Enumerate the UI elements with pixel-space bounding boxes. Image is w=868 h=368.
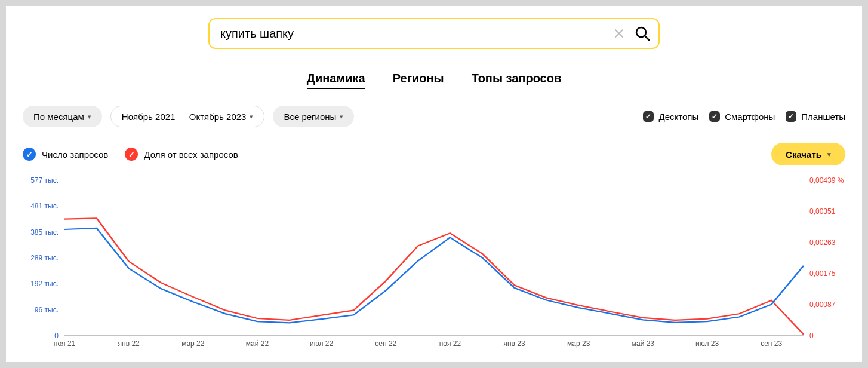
- checkbox-desktop[interactable]: ✓ Десктопы: [643, 111, 698, 122]
- legend-row: ✓ Число запросов ✓ Доля от всех запросов…: [6, 143, 862, 165]
- legend-series-1-label: Число запросов: [42, 149, 108, 160]
- device-checkbox-group: ✓ Десктопы ✓ Смартфоны ✓ Планшеты: [643, 111, 845, 122]
- tab-regions[interactable]: Регионы: [393, 72, 444, 89]
- chart-plot: [64, 180, 804, 336]
- y-right-tick: 0: [809, 332, 845, 340]
- y-left-tick: 192 тыс.: [23, 280, 59, 288]
- x-tick: сен 22: [375, 339, 396, 348]
- chevron-down-icon: ▾: [340, 113, 343, 121]
- date-range-select[interactable]: Ноябрь 2021 — Октябрь 2023 ▾: [110, 106, 265, 127]
- x-tick: май 23: [632, 339, 654, 348]
- app-panel: Динамика Регионы Топы запросов По месяца…: [6, 6, 862, 362]
- legend-series-2[interactable]: ✓ Доля от всех запросов: [125, 148, 238, 161]
- tabs: Динамика Регионы Топы запросов: [6, 72, 862, 89]
- region-select[interactable]: Все регионы ▾: [273, 106, 354, 127]
- y-right-tick: 0,00175: [809, 269, 845, 278]
- checkbox-tablet-label: Планшеты: [801, 112, 845, 122]
- y-right-tick: 0,00087: [809, 300, 845, 309]
- checkbox-smartphone[interactable]: ✓ Смартфоны: [709, 111, 775, 122]
- y-right-tick: 0,00263: [809, 238, 845, 247]
- chevron-down-icon: ▾: [827, 151, 831, 158]
- y-left-tick: 481 тыс.: [23, 202, 59, 210]
- chart: 577 тыс.481 тыс.385 тыс.289 тыс.192 тыс.…: [23, 180, 845, 354]
- download-button-label: Скачать: [786, 149, 821, 160]
- y-axis-right: 0,00439 %0,003510,002630,001750,000870: [809, 180, 845, 336]
- period-mode-select[interactable]: По месяцам ▾: [23, 106, 102, 127]
- y-left-tick: 577 тыс.: [23, 176, 59, 185]
- x-tick: ноя 21: [54, 339, 75, 348]
- tab-tops[interactable]: Топы запросов: [472, 72, 562, 89]
- x-tick: июл 23: [695, 339, 719, 348]
- check-icon: ✓: [643, 111, 654, 122]
- search-wrap: [208, 18, 660, 49]
- chevron-down-icon: ▾: [250, 113, 253, 121]
- x-tick: июл 22: [310, 339, 333, 348]
- legend-series-2-label: Доля от всех запросов: [144, 149, 238, 160]
- x-tick: сен 23: [761, 339, 782, 348]
- checkbox-smartphone-label: Смартфоны: [725, 112, 775, 122]
- region-label: Все регионы: [284, 112, 336, 122]
- check-icon: ✓: [125, 148, 138, 161]
- checkbox-tablet[interactable]: ✓ Планшеты: [786, 111, 845, 122]
- svg-line-1: [645, 36, 649, 40]
- filters-row: По месяцам ▾ Ноябрь 2021 — Октябрь 2023 …: [6, 106, 862, 127]
- check-icon: ✓: [23, 148, 36, 161]
- y-right-tick: 0,00439 %: [809, 176, 845, 185]
- download-button[interactable]: Скачать ▾: [771, 143, 845, 165]
- legend-series-1[interactable]: ✓ Число запросов: [23, 148, 108, 161]
- date-range-label: Ноябрь 2021 — Октябрь 2023: [122, 112, 247, 122]
- x-tick: янв 23: [503, 339, 525, 348]
- search-input[interactable]: [208, 18, 660, 49]
- clear-icon[interactable]: [612, 26, 626, 41]
- check-icon: ✓: [786, 111, 796, 122]
- search-icon[interactable]: [633, 24, 651, 42]
- x-tick: мар 22: [181, 339, 204, 348]
- y-left-tick: 385 тыс.: [23, 228, 59, 237]
- y-left-tick: 96 тыс.: [23, 306, 59, 314]
- x-tick: май 22: [246, 339, 269, 348]
- period-mode-label: По месяцам: [33, 112, 84, 122]
- checkbox-desktop-label: Десктопы: [658, 112, 698, 122]
- y-left-tick: 289 тыс.: [23, 254, 59, 262]
- y-axis-left: 577 тыс.481 тыс.385 тыс.289 тыс.192 тыс.…: [23, 180, 59, 336]
- y-right-tick: 0,00351: [809, 207, 845, 216]
- x-tick: мар 23: [567, 339, 590, 348]
- x-tick: ноя 22: [439, 339, 461, 348]
- chevron-down-icon: ▾: [88, 113, 91, 121]
- tab-dynamics[interactable]: Динамика: [307, 72, 365, 89]
- x-tick: янв 22: [118, 339, 140, 348]
- x-axis: ноя 21янв 22мар 22май 22июл 22сен 22ноя …: [64, 339, 804, 354]
- y-left-tick: 0: [23, 332, 59, 340]
- check-icon: ✓: [709, 111, 720, 122]
